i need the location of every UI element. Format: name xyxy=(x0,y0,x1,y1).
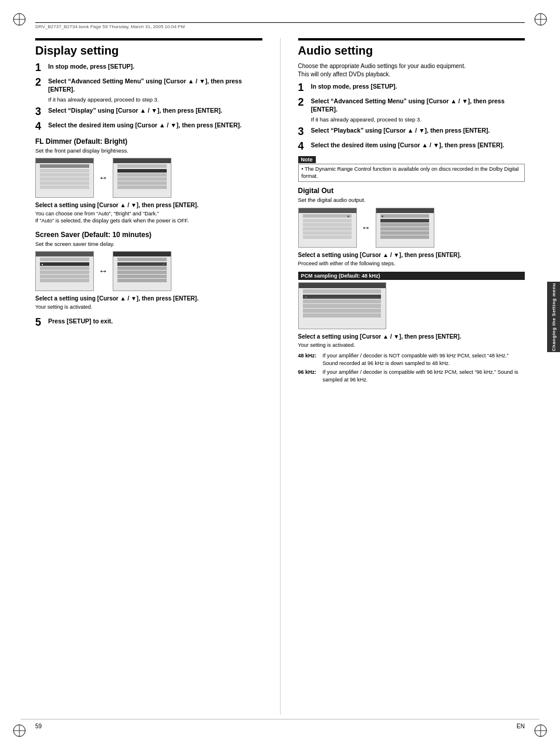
display-step-1: 1 In stop mode, press [SETUP]. xyxy=(35,62,262,74)
khz-96-text: If your amplifier / decoder is compatibl… xyxy=(323,369,525,383)
screen-saver-screens: ● ↔ ✓ xyxy=(35,251,262,291)
display-step-3-text: Select “Display” using [Cursor ▲ / ▼], t… xyxy=(48,106,222,114)
audio-step-4-text: Select the desired item using [Cursor ▲ … xyxy=(311,141,504,149)
audio-step-3: 3 Select “Playback” using [Cursor ▲ / ▼]… xyxy=(298,126,525,138)
note-container: Note • The Dynamic Range Control functio… xyxy=(298,156,525,182)
meta-text: DRV_B2737_B2734.book Page 59 Thursday, M… xyxy=(35,24,185,29)
audio-step-2-num: 2 xyxy=(298,97,311,109)
khz-96-row: 96 kHz: If your amplifier / decoder is c… xyxy=(298,369,525,383)
khz-notes: 48 kHz: If your amplifier / decoder is N… xyxy=(298,352,525,383)
digital-out-screen-right: ■ xyxy=(376,208,434,248)
display-step-4-num: 4 xyxy=(35,121,48,133)
khz-48-label: 48 kHz: xyxy=(298,352,321,367)
audio-step-1-text: In stop mode, press [SETUP]. xyxy=(311,82,397,90)
display-step-2-text: Select “Advanced Setting Menu” using [Cu… xyxy=(48,77,262,93)
bottom-rule xyxy=(21,719,539,719)
fl-dimmer-screen-left xyxy=(35,158,94,198)
audio-intro-line1: Choose the appropriate Audio settings fo… xyxy=(298,63,466,69)
digital-out-screen-left: ▶ xyxy=(298,208,357,248)
note-label: Note xyxy=(298,156,316,163)
digital-out-title: Digital Out xyxy=(298,187,525,195)
digital-out-arrow: ↔ xyxy=(362,222,371,233)
digital-out-desc: Set the digital audio output. xyxy=(298,197,525,204)
sidebar-tab: Changing the Setting menu xyxy=(547,282,560,352)
pcm-screen: ✓ xyxy=(298,282,386,329)
display-title: Display setting xyxy=(35,44,262,58)
audio-step-1: 1 In stop mode, press [SETUP]. xyxy=(298,82,525,94)
audio-step-3-num: 3 xyxy=(298,126,311,138)
digital-out-caption: Select a setting using [Cursor ▲ / ▼], t… xyxy=(298,251,525,259)
pcm-label: PCM sampling (Default: 48 kHz) xyxy=(298,272,525,280)
fl-dimmer-desc: Set the front panel display brightness. xyxy=(35,147,262,154)
display-step-5-text: Press [SETUP] to exit. xyxy=(48,317,113,325)
display-step-2: 2 Select “Advanced Setting Menu” using [… xyxy=(35,77,262,93)
screen-saver-screen-right: ✓ xyxy=(113,251,171,291)
khz-48-text: If your amplifier / decoder is NOT compa… xyxy=(323,352,525,367)
fl-dimmer-caption: Select a setting using [Cursor ▲ / ▼], t… xyxy=(35,201,262,210)
fl-dimmer-sub1: You can choose one from “Auto”, “Bright”… xyxy=(35,211,262,218)
corner-mark-tr xyxy=(532,11,549,28)
display-step-2-sub: If it has already appeared, proceed to s… xyxy=(48,96,262,103)
page-lang: EN xyxy=(517,723,525,729)
digital-out-sub: Proceed with either of the following ste… xyxy=(298,261,525,268)
audio-intro: Choose the appropriate Audio settings fo… xyxy=(298,62,525,79)
fl-dimmer-sub2: If “Auto” is selected, the display gets … xyxy=(35,218,262,225)
khz-96-label: 96 kHz: xyxy=(298,369,321,383)
content-area: Display setting 1 In stop mode, press [S… xyxy=(35,38,525,715)
display-step-5: 5 Press [SETUP] to exit. xyxy=(35,317,262,329)
audio-step-3-text: Select “Playback” using [Cursor ▲ / ▼], … xyxy=(311,126,490,134)
corner-mark-tl xyxy=(11,11,28,28)
display-step-4: 4 Select the desired item using [Cursor … xyxy=(35,121,262,133)
page-number: 59 xyxy=(35,723,42,729)
fl-dimmer-screens: ↔ xyxy=(35,158,262,198)
display-step-2-num: 2 xyxy=(35,77,48,89)
sidebar-label: Changing the Setting menu xyxy=(551,283,556,352)
screen-saver-screen-left: ● xyxy=(35,251,94,291)
audio-step-4-num: 4 xyxy=(298,141,311,153)
display-step-3: 3 Select “Display” using [Cursor ▲ / ▼],… xyxy=(35,106,262,118)
audio-step-4: 4 Select the desired item using [Cursor … xyxy=(298,141,525,153)
audio-intro-line2: This will only affect DVDs playback. xyxy=(298,71,391,77)
display-step-1-text: In stop mode, press [SETUP]. xyxy=(48,62,134,70)
screen-saver-caption: Select a setting using [Cursor ▲ / ▼], t… xyxy=(35,295,262,303)
audio-step-2-text: Select “Advanced Setting Menu” using [Cu… xyxy=(311,97,525,113)
display-section: Display setting 1 In stop mode, press [S… xyxy=(35,38,262,715)
page-footer: 59 EN xyxy=(0,723,560,729)
note-content: • The Dynamic Range Control function is … xyxy=(298,164,525,182)
screen-saver-arrow: ↔ xyxy=(99,266,108,276)
display-step-4-text: Select the desired item using [Cursor ▲ … xyxy=(48,121,241,129)
fl-dimmer-arrow: ↔ xyxy=(99,173,108,183)
pcm-sub: Your setting is activated. xyxy=(298,342,525,349)
meta-bar: DRV_B2737_B2734.book Page 59 Thursday, M… xyxy=(35,22,525,29)
fl-dimmer-title: FL Dimmer (Default: Bright) xyxy=(35,137,262,146)
audio-title: Audio setting xyxy=(298,44,525,58)
screen-saver-desc: Set the screen saver time delay. xyxy=(35,241,262,248)
screen-saver-sub: Your setting is activated. xyxy=(35,304,262,311)
digital-out-screens: ▶ ↔ ■ xyxy=(298,208,525,248)
display-step-3-num: 3 xyxy=(35,106,48,118)
audio-section: Audio setting Choose the appropriate Aud… xyxy=(298,38,525,715)
screen-saver-title: Screen Saver (Default: 10 minutes) xyxy=(35,231,262,239)
fl-dimmer-screen-right xyxy=(113,158,171,198)
pcm-caption: Select a setting using [Cursor ▲ / ▼], t… xyxy=(298,333,525,341)
audio-step-2: 2 Select “Advanced Setting Menu” using [… xyxy=(298,97,525,113)
khz-48-row: 48 kHz: If your amplifier / decoder is N… xyxy=(298,352,525,367)
audio-step-1-num: 1 xyxy=(298,82,311,94)
column-divider xyxy=(280,38,281,715)
display-step-5-num: 5 xyxy=(35,317,48,329)
audio-step-2-sub: If it has already appeared, proceed to s… xyxy=(311,116,525,123)
display-step-1-num: 1 xyxy=(35,62,48,74)
